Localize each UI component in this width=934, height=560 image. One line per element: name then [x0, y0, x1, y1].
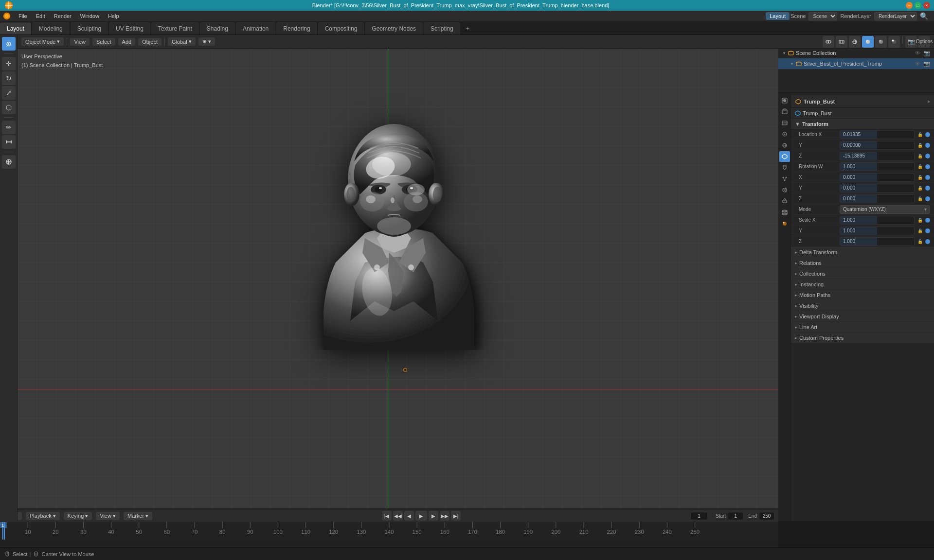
tab-compositing[interactable]: Compositing [318, 22, 364, 35]
tab-scripting[interactable]: Scripting [424, 22, 460, 35]
tab-modeling[interactable]: Modeling [32, 22, 70, 35]
select-menu[interactable]: Select [92, 38, 115, 46]
scale-z-lock[interactable]: 🔒 [916, 238, 923, 245]
rotation-x-keyframe[interactable] [925, 175, 930, 180]
custom-properties-section[interactable]: ▸ Custom Properties [791, 332, 934, 343]
prop-view-layer-icon[interactable] [779, 118, 790, 128]
viewport-display-section[interactable]: ▸ Viewport Display [791, 311, 934, 322]
scale-x-lock[interactable]: 🔒 [916, 217, 923, 224]
outliner-bust-object[interactable]: ▼ Silver_Bust_of_President_Trump 👁 📷 [778, 58, 934, 69]
location-x-value[interactable]: 0.01935 [840, 130, 915, 139]
motion-paths-section[interactable]: ▸ Motion Paths [791, 290, 934, 300]
current-frame-display[interactable]: 1 [690, 512, 708, 520]
add-tool[interactable] [2, 155, 16, 169]
view-menu-timeline[interactable]: View ▾ [96, 512, 120, 520]
location-y-value[interactable]: 0.00000 [840, 141, 915, 150]
next-keyframe-btn[interactable]: ▶ [429, 511, 438, 521]
start-frame-display[interactable]: 1 [728, 512, 743, 520]
renderlayer-select[interactable]: RenderLayer [874, 12, 917, 20]
location-y-lock[interactable]: 🔒 [916, 142, 923, 149]
scene-select[interactable]: Scene [808, 12, 837, 20]
bust-render-toggle[interactable]: 📷 [923, 61, 930, 67]
prop-particles-icon[interactable] [779, 174, 790, 184]
relations-section[interactable]: ▸ Relations [791, 258, 934, 268]
shading-wireframe[interactable] [849, 36, 861, 48]
location-z-lock[interactable]: 🔒 [916, 153, 923, 159]
shading-material[interactable] [875, 36, 887, 48]
tab-texture-paint[interactable]: Texture Paint [151, 22, 199, 35]
scale-z-keyframe[interactable] [925, 239, 930, 244]
menu-edit[interactable]: Edit [32, 12, 49, 20]
scale-x-value[interactable]: 1.000 [840, 216, 915, 225]
rotate-tool[interactable]: ↻ [2, 71, 16, 85]
rotation-y-keyframe[interactable] [925, 186, 930, 191]
marker-menu[interactable]: Marker ▾ [124, 512, 152, 520]
object-name-expand[interactable]: ▸ [928, 99, 930, 104]
viewport-3d[interactable]: User Perspective (1) Scene Collection | … [18, 49, 843, 521]
line-art-section[interactable]: ▸ Line Art [791, 322, 934, 332]
end-frame-display[interactable]: 250 [759, 512, 774, 520]
prop-world-icon[interactable] [779, 140, 790, 151]
prev-keyframe-btn[interactable]: ◀ [404, 511, 414, 521]
shading-rendered[interactable] [888, 36, 900, 48]
menu-file[interactable]: File [15, 12, 31, 20]
collections-section[interactable]: ▸ Collections [791, 268, 934, 279]
move-tool[interactable]: ✛ [2, 57, 16, 70]
next-frame-btn[interactable]: ▶▶ [440, 511, 449, 521]
jump-start-btn[interactable]: |◀ [382, 511, 392, 521]
measure-tool[interactable] [2, 135, 16, 149]
scale-y-lock[interactable]: 🔒 [916, 228, 923, 234]
play-btn[interactable]: ▶ [415, 511, 427, 521]
workspace-layout-menu[interactable]: Layout [766, 12, 790, 20]
tab-layout[interactable]: Layout [0, 22, 31, 35]
scale-z-value[interactable]: 1.000 [840, 237, 915, 246]
rotation-x-lock[interactable]: 🔒 [916, 174, 923, 181]
cursor-tool[interactable]: ⊕ [2, 37, 16, 51]
camera-view-btn[interactable]: 📷 [905, 36, 917, 48]
tab-sculpting[interactable]: Sculpting [71, 22, 108, 35]
object-menu[interactable]: Object [138, 38, 162, 46]
menu-window[interactable]: Window [76, 12, 103, 20]
visibility-section[interactable]: ▸ Visibility [791, 300, 934, 311]
prop-modifier-icon[interactable] [779, 162, 790, 173]
rotation-z-value[interactable]: 0.000 [840, 194, 915, 203]
location-y-keyframe[interactable] [925, 143, 930, 148]
tab-geometry-nodes[interactable]: Geometry Nodes [365, 22, 423, 35]
transform-tool[interactable]: ⬡ [2, 101, 16, 114]
instancing-section[interactable]: ▸ Instancing [791, 279, 934, 290]
scale-x-keyframe[interactable] [925, 218, 930, 223]
search-icon[interactable]: 🔍 [920, 12, 928, 20]
transform-section-header[interactable]: ▼ Transform [791, 119, 934, 129]
add-workspace-button[interactable]: + [461, 23, 474, 35]
scale-y-keyframe[interactable] [925, 228, 930, 233]
maximize-button[interactable]: □ [915, 2, 921, 9]
keying-menu[interactable]: Keying ▾ [64, 512, 92, 520]
prop-render-icon[interactable] [779, 95, 790, 106]
scene-render-toggle[interactable]: 📷 [923, 50, 930, 56]
rotation-y-value[interactable]: 0.000 [840, 184, 915, 192]
prop-data-icon[interactable] [779, 207, 790, 218]
rotation-z-lock[interactable]: 🔒 [916, 195, 923, 202]
bust-visibility-toggle[interactable]: 👁 [915, 61, 920, 67]
playback-menu[interactable]: Playback ▾ [26, 512, 60, 520]
add-menu[interactable]: Add [118, 38, 136, 46]
delta-transform-section[interactable]: ▸ Delta Transform [791, 247, 934, 258]
close-button[interactable]: × [923, 2, 930, 9]
viewport-overlays-btn[interactable] [823, 36, 834, 48]
scale-y-value[interactable]: 1.000 [840, 227, 915, 235]
tab-uv-editing[interactable]: UV Editing [109, 22, 150, 35]
shading-solid[interactable] [862, 36, 874, 48]
prop-physics-icon[interactable] [779, 185, 790, 195]
rotation-w-lock[interactable]: 🔒 [916, 163, 923, 170]
view-menu[interactable]: View [70, 38, 90, 46]
rotation-w-value[interactable]: 1.000 [840, 162, 915, 171]
minimize-button[interactable]: − [906, 2, 913, 9]
location-z-value[interactable]: -15.13895 [840, 152, 915, 160]
location-z-keyframe[interactable] [925, 154, 930, 158]
location-x-lock[interactable]: 🔒 [916, 131, 923, 138]
rotation-mode-dropdown[interactable]: Quaternion (WXYZ) ▾ [840, 205, 930, 214]
prop-object-icon[interactable] [779, 151, 790, 162]
tab-animation[interactable]: Animation [236, 22, 275, 35]
object-mode-dropdown[interactable]: Object Mode ▾ [21, 37, 64, 46]
xray-btn[interactable] [836, 36, 847, 48]
